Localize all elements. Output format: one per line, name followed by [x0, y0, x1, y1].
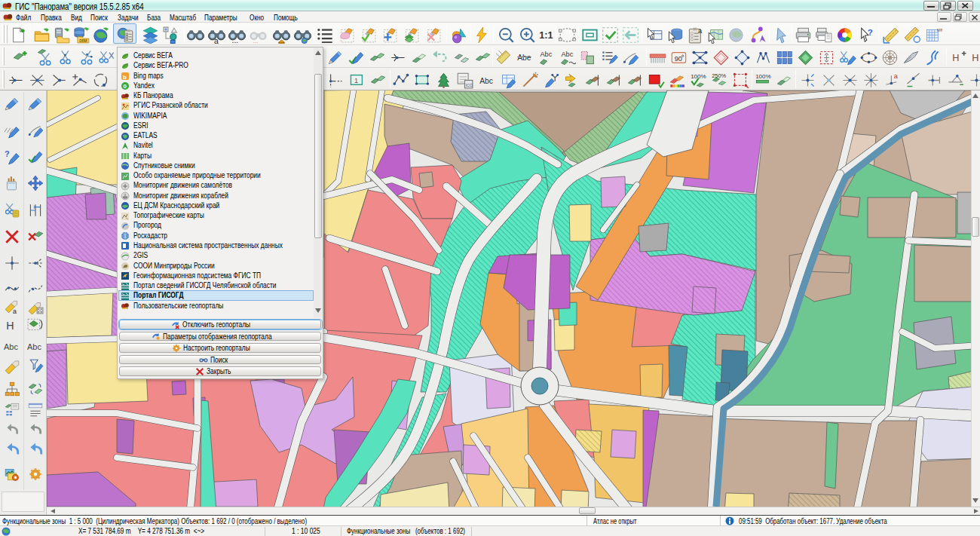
svg-text:a: a — [214, 37, 219, 44]
svg-text:?: ? — [868, 28, 873, 37]
svg-text:H: H — [6, 320, 14, 332]
svg-text:DBM: DBM — [79, 39, 87, 43]
svg-text:?: ? — [5, 149, 10, 158]
svg-text:ICO: ICO — [466, 83, 473, 87]
svg-text:Abe: Abe — [517, 54, 531, 62]
svg-text:H: H — [972, 53, 978, 63]
svg-text:H: H — [952, 53, 959, 63]
svg-text:Abc: Abc — [479, 77, 493, 85]
svg-text:b: b — [123, 74, 127, 81]
svg-text:90: 90 — [675, 55, 682, 63]
svg-text:a: a — [13, 308, 17, 314]
svg-text:Abc: Abc — [4, 342, 18, 351]
svg-text:MM: MM — [937, 28, 942, 32]
svg-text:a: a — [894, 72, 899, 80]
svg-text:a: a — [698, 27, 703, 35]
svg-text:...: ... — [253, 38, 259, 44]
svg-text:1:1: 1:1 — [539, 30, 553, 41]
svg-text:0: 0 — [124, 83, 127, 90]
svg-text:Abc: Abc — [27, 342, 41, 351]
svg-text:250%: 250% — [712, 72, 726, 79]
svg-text:Abc: Abc — [540, 51, 552, 58]
svg-text:Abc: Abc — [561, 51, 573, 58]
svg-text:1: 1 — [354, 77, 358, 84]
svg-text:100%: 100% — [755, 73, 771, 80]
svg-text:...: ... — [232, 36, 239, 44]
